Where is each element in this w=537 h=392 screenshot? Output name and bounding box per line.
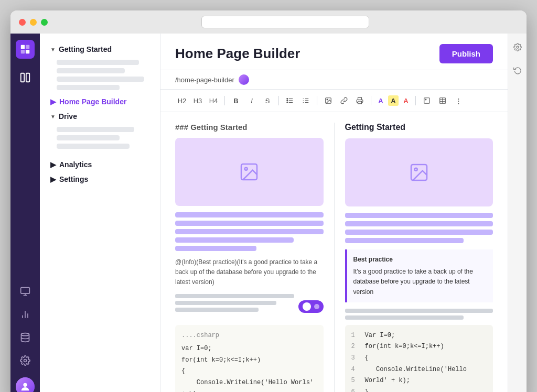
home-page-builder-item[interactable]: ▶ Home Page Builder	[46, 94, 154, 109]
line-text-6: }	[365, 387, 369, 392]
toolbar-h2[interactable]: H2	[175, 94, 189, 107]
svg-point-18	[287, 99, 288, 100]
toolbar-color-purple[interactable]: A	[375, 95, 386, 106]
database-icon[interactable]	[15, 327, 36, 348]
right-image-icon	[409, 162, 429, 183]
info-text: @(Info)(Best practice)(It's a good pract…	[175, 258, 317, 286]
line-num-1: 1	[351, 330, 359, 342]
panel-settings-icon[interactable]	[510, 40, 525, 55]
url-avatar	[239, 74, 249, 85]
content-line-4	[175, 237, 294, 243]
svg-rect-0	[21, 45, 25, 49]
svg-point-37	[517, 46, 519, 48]
gray-line-2	[175, 301, 276, 305]
image-placeholder-icon	[239, 161, 260, 182]
code-line-4: Console.WriteLine('Hello Worls' + k);	[181, 377, 317, 392]
line-text-1: Var I=0;	[365, 330, 395, 342]
right-code-line-5: 5 World' + k);	[351, 375, 487, 387]
editor-toolbar: H2 H3 H4 B I S	[160, 90, 508, 112]
left-gray-lines	[175, 294, 294, 314]
toolbar-strikethrough[interactable]: S	[261, 94, 274, 107]
toolbar-ol[interactable]	[299, 94, 313, 107]
editor-right: Getting Started	[345, 123, 493, 392]
svg-rect-6	[21, 288, 30, 294]
line-num-4: 4	[351, 364, 359, 376]
toolbar-link[interactable]	[337, 94, 351, 107]
toggle-dot-2	[314, 304, 319, 309]
close-dot[interactable]	[19, 19, 26, 26]
svg-point-34	[245, 168, 248, 170]
settings-icon[interactable]	[15, 350, 36, 371]
panel-refresh-icon[interactable]	[510, 63, 525, 78]
line-text-5: World' + k);	[365, 375, 410, 387]
minimize-dot[interactable]	[30, 19, 37, 26]
code-line-2: for(int k=0;k<=I;k++)	[181, 355, 317, 366]
drive-placeholder-2	[57, 135, 120, 140]
svg-point-20	[287, 102, 288, 103]
toolbar-h4[interactable]: H4	[207, 94, 220, 107]
active-item-arrow: ▶	[50, 97, 56, 106]
line-num-2: 2	[351, 341, 359, 353]
icon-bar	[10, 34, 40, 392]
maximize-dot[interactable]	[41, 19, 48, 26]
toolbar-image2[interactable]	[420, 94, 434, 107]
analytics-item[interactable]: ▶ Analytics	[46, 157, 154, 172]
right-image-placeholder	[345, 138, 493, 206]
right-heading: Getting Started	[345, 123, 493, 132]
svg-point-25	[327, 99, 328, 100]
toggle-button[interactable]	[298, 300, 324, 313]
drive-label: Drive	[59, 112, 77, 121]
toolbar-ul[interactable]	[283, 94, 297, 107]
getting-started-section: ▼ Getting Started	[46, 42, 154, 90]
svg-point-19	[287, 100, 288, 101]
publish-button[interactable]: Publish	[439, 44, 493, 63]
toolbar-image[interactable]	[321, 94, 335, 107]
logo-button[interactable]	[16, 40, 35, 59]
svg-rect-26	[358, 101, 362, 104]
nav-placeholder-3	[57, 77, 144, 82]
url-text: /home-page-builder	[175, 76, 234, 84]
svg-point-36	[414, 168, 417, 171]
drive-items	[46, 127, 154, 149]
code-line-1: var I=0;	[181, 343, 317, 355]
right-gray-line-2	[345, 315, 464, 320]
main-header: Home Page Builder Publish	[160, 34, 508, 70]
main-content: Home Page Builder Publish /home-page-bui…	[160, 34, 508, 392]
svg-point-13	[24, 360, 27, 362]
svg-point-14	[23, 383, 27, 387]
settings-label: Settings	[59, 175, 88, 183]
getting-started-label: Getting Started	[59, 45, 112, 53]
address-bar[interactable]	[201, 16, 369, 28]
line-text-4: Console.WriteLine('Hello	[365, 364, 467, 376]
app-window: ▼ Getting Started ▶ Home Page Builder ▼ …	[10, 10, 527, 392]
analytics-arrow: ▶	[50, 160, 56, 169]
monitor-icon[interactable]	[15, 281, 36, 302]
settings-item[interactable]: ▶ Settings	[46, 172, 154, 187]
toolbar-color-red[interactable]: A	[401, 95, 411, 106]
avatar-image	[16, 377, 35, 392]
callout-text: It's a good practice to take a back up o…	[353, 268, 473, 295]
toolbar-bold[interactable]: B	[229, 94, 243, 107]
toolbar-separator-2	[278, 96, 279, 105]
nav-placeholder-2	[57, 68, 125, 73]
content-line-1	[175, 212, 324, 217]
drive-arrow: ▼	[50, 114, 56, 119]
left-content-lines	[175, 212, 324, 251]
getting-started-items	[46, 60, 154, 90]
chart-icon[interactable]	[15, 304, 36, 325]
user-avatar[interactable]	[16, 377, 35, 392]
url-bar: /home-page-builder	[160, 70, 508, 90]
right-content-lines	[345, 213, 493, 243]
nav-placeholder-4	[57, 85, 120, 90]
toolbar-color-highlight[interactable]: A	[388, 95, 399, 106]
right-gray-line-1	[345, 309, 493, 313]
toolbar-print[interactable]	[353, 94, 367, 107]
library-icon[interactable]	[15, 67, 36, 88]
toolbar-more[interactable]: ⋮	[452, 94, 465, 107]
line-text-3: {	[365, 353, 369, 364]
toolbar-italic[interactable]: I	[245, 94, 259, 107]
drive-header[interactable]: ▼ Drive	[46, 109, 154, 124]
getting-started-header[interactable]: ▼ Getting Started	[46, 42, 154, 57]
toolbar-h3[interactable]: H3	[191, 94, 205, 107]
toolbar-table[interactable]	[436, 94, 449, 107]
